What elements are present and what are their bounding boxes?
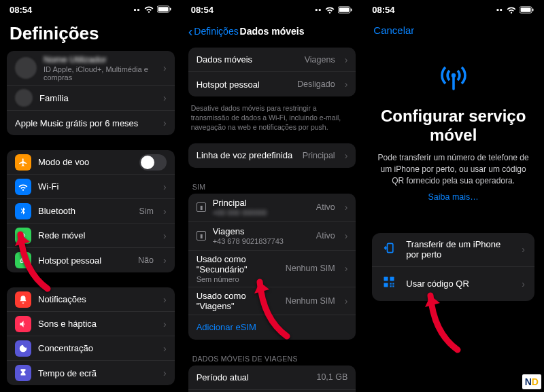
hero-body: Pode transferir um número de telefone de… — [376, 152, 530, 186]
voice-group: Linha de voz predefinida Principal › — [188, 143, 356, 168]
add-esim-label: Adicionar eSIM — [197, 322, 348, 332]
wifi-label: Wi-Fi — [38, 181, 147, 192]
chevron-right-icon: › — [345, 150, 348, 161]
svg-rect-15 — [390, 283, 392, 285]
svg-rect-2 — [170, 7, 171, 10]
transfer-iphone-row[interactable]: Transferir de um iPhone por perto › — [372, 233, 534, 267]
svg-rect-12 — [384, 277, 388, 281]
family-row[interactable]: Família › — [7, 86, 175, 111]
dual-sim-icon: ▪▪ — [316, 5, 322, 14]
airplane-row[interactable]: Modo de voo — [7, 150, 175, 175]
wifi-row[interactable]: Wi-Fi › — [7, 175, 175, 199]
cancel-button[interactable]: Cancelar — [362, 19, 544, 39]
chevron-right-icon: › — [345, 54, 348, 65]
battery-icon — [157, 5, 172, 14]
music-promo-row[interactable]: Apple Music grátis por 6 meses › — [7, 111, 175, 135]
sim-number: +00 000 000000 — [213, 209, 309, 217]
current-period-row[interactable]: Período atual 10,1 GB — [188, 366, 356, 390]
focus-label: Concentração — [38, 343, 154, 353]
chevron-right-icon: › — [163, 230, 167, 241]
watermark: ND — [522, 374, 541, 389]
clock: 08:54 — [372, 5, 394, 15]
status-bar: 08:54 ▪▪ — [0, 0, 182, 19]
bluetooth-label: Bluetooth — [38, 206, 132, 216]
hotspot-row[interactable]: Hotspot pessoal Não › — [7, 248, 175, 272]
avatar — [15, 57, 37, 79]
sim-travel2-row[interactable]: Usado como "Viagens" Nenhum SIM › — [188, 287, 356, 315]
sim-status: Ativo — [316, 202, 335, 212]
cellular-row[interactable]: Rede móvel › — [7, 224, 175, 248]
svg-rect-8 — [532, 8, 534, 11]
svg-rect-13 — [390, 277, 394, 281]
chevron-right-icon: › — [163, 368, 167, 378]
sounds-row[interactable]: Sons e háptica › — [7, 312, 175, 336]
screentime-label: Tempo de ecrã — [38, 368, 154, 378]
chevron-right-icon: › — [163, 206, 167, 217]
battery-icon — [338, 6, 353, 14]
sim-label: Principal — [213, 198, 247, 208]
voice-line-row[interactable]: Linha de voz predefinida Principal › — [188, 143, 356, 168]
antenna-icon — [437, 59, 470, 99]
hotspot-icon — [15, 252, 31, 268]
svg-rect-4 — [339, 7, 350, 12]
dual-sim-icon: ▪▪ — [134, 5, 141, 14]
chevron-right-icon: › — [163, 319, 167, 329]
sim-primary-row[interactable]: ▮ Principal +00 000 000000 Ativo › — [188, 194, 356, 222]
notifications-row[interactable]: Notificações › — [7, 287, 175, 312]
chevron-right-icon: › — [345, 202, 348, 213]
status-icons: ▪▪ — [316, 5, 354, 14]
svg-rect-7 — [521, 7, 531, 12]
chevron-right-icon: › — [163, 343, 167, 354]
focus-row[interactable]: Concentração › — [7, 336, 175, 361]
hotspot-value: Desligado — [297, 79, 335, 89]
sim-status: Ativo — [316, 231, 335, 240]
apple-id-sub: ID Apple, iCloud+, Multimédia e compras — [44, 65, 154, 82]
travel-data-group: Período atual 10,1 GB Roaming atual 10,1… — [188, 366, 356, 392]
bluetooth-row[interactable]: Bluetooth Sim › — [7, 199, 175, 224]
svg-rect-16 — [393, 283, 394, 285]
bluetooth-value: Sim — [139, 207, 154, 216]
hotspot-value: Não — [138, 255, 154, 265]
chevron-right-icon: › — [163, 255, 167, 266]
roaming-row[interactable]: Roaming atual 10,1 GB — [188, 390, 356, 392]
sim-label: Usado como "Secundário" — [197, 254, 248, 274]
apple-id-row[interactable]: Nome Utilizador ID Apple, iCloud+, Multi… — [7, 51, 175, 86]
wifi-icon — [15, 179, 31, 195]
clock: 08:54 — [10, 5, 32, 15]
status-icons: ▪▪ — [496, 5, 534, 14]
apple-id-name: Nome Utilizador — [44, 54, 106, 65]
wifi-icon — [325, 5, 335, 14]
hero: Configurar serviço móvel Pode transferir… — [362, 39, 544, 209]
screen-setup-esim: 08:54 ▪▪ Cancelar Configurar serviço móv… — [362, 0, 544, 392]
sim-status: Nenhum SIM — [286, 296, 335, 306]
alerts-group: Notificações › Sons e háptica › Concentr… — [7, 287, 175, 385]
cellular-data-row[interactable]: Dados móveis Viagens › — [188, 48, 356, 72]
sim-number: +43 678 9021837743 — [213, 237, 309, 245]
svg-rect-5 — [351, 8, 352, 11]
qr-icon — [381, 276, 396, 291]
learn-more-link[interactable]: Saiba mais… — [376, 192, 530, 202]
bluetooth-icon — [15, 203, 31, 219]
wifi-icon — [507, 5, 516, 14]
sim-number: Sem número — [197, 275, 279, 283]
data-note: Desative dados móveis para restringir a … — [182, 99, 363, 132]
screen-settings: 08:54 ▪▪ Definições Nome Utilizador ID A… — [0, 0, 182, 392]
screentime-row[interactable]: Tempo de ecrã › — [7, 361, 175, 385]
notifications-label: Notificações — [38, 294, 154, 304]
sim-secondary-row[interactable]: Usado como "Secundário" Sem número Nenhu… — [188, 251, 356, 287]
avatar — [15, 89, 33, 107]
period-label: Período atual — [197, 372, 310, 382]
airplane-toggle[interactable] — [139, 154, 167, 171]
add-esim-row[interactable]: Adicionar eSIM — [188, 315, 356, 340]
nav-bar: ‹ Definições Dados móveis — [182, 19, 363, 43]
dual-sim-icon: ▪▪ — [496, 5, 503, 14]
transfer-icon — [381, 241, 396, 258]
sounds-label: Sons e háptica — [38, 319, 154, 329]
chevron-right-icon: › — [163, 92, 167, 103]
sim-travel-row[interactable]: ▮ Viagens +43 678 9021837743 Ativo › — [188, 222, 356, 251]
hotspot-row[interactable]: Hotspot pessoal Desligado › — [188, 72, 356, 96]
nav-title: Dados móveis — [182, 26, 363, 37]
qr-code-row[interactable]: Usar código QR › — [372, 267, 534, 301]
connectivity-group: Modo de voo Wi-Fi › Bluetooth Sim › Rede… — [7, 150, 175, 272]
chevron-right-icon: › — [163, 294, 167, 305]
